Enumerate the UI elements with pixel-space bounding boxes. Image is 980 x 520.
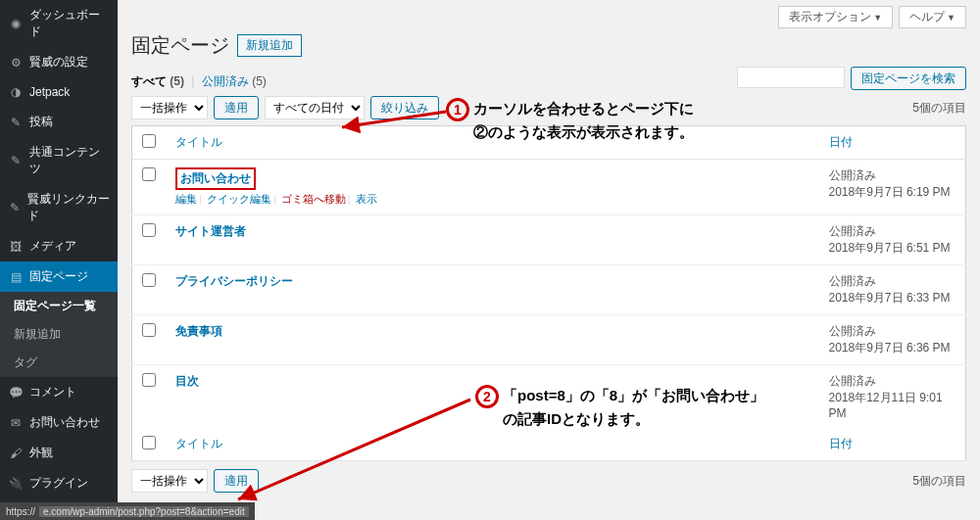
mail-icon: ✉ — [8, 415, 24, 431]
comment-icon: 💬 — [8, 385, 24, 401]
menu-link-card[interactable]: ✎賢威リンクカード — [0, 184, 118, 231]
row-checkbox[interactable] — [142, 223, 156, 237]
submenu-add-new[interactable]: 新規追加 — [0, 320, 118, 349]
select-all-checkbox[interactable] — [142, 134, 156, 148]
col-date-foot[interactable]: 日付 — [819, 428, 966, 461]
gear-icon: ⚙ — [8, 55, 24, 71]
filter-published[interactable]: 公開済み (5) — [202, 74, 267, 88]
row-checkbox[interactable] — [142, 167, 156, 181]
page-icon: ▤ — [8, 269, 24, 285]
apply-button[interactable]: 適用 — [214, 96, 259, 119]
screen-options-button[interactable]: 表示オプション▼ — [778, 6, 893, 28]
row-date: 2018年9月7日 6:51 PM — [829, 241, 951, 255]
plug-icon: 🔌 — [8, 476, 24, 492]
row-date: 2018年12月11日 9:01 PM — [829, 391, 943, 420]
menu-dashboard[interactable]: ◉ダッシュボード — [0, 0, 118, 47]
circle-1-icon: 1 — [446, 98, 469, 121]
row-checkbox[interactable] — [142, 323, 156, 337]
edit-link[interactable]: 編集 — [175, 193, 197, 205]
row-checkbox[interactable] — [142, 373, 156, 387]
page-title: 固定ページ — [131, 32, 229, 59]
date-filter-select[interactable]: すべての日付 — [265, 96, 365, 119]
menu-contact[interactable]: ✉お問い合わせ — [0, 407, 118, 438]
browser-statusbar: https://e.com/wp-admin/post.php?post=8&a… — [0, 502, 255, 520]
filter-all[interactable]: すべて (5) — [131, 74, 184, 88]
menu-plugins[interactable]: 🔌プラグイン — [0, 468, 118, 498]
menu-common-content[interactable]: ✎共通コンテンツ — [0, 137, 118, 184]
row-status: 公開済み — [829, 224, 876, 238]
submenu-tags[interactable]: タグ — [0, 349, 118, 377]
status-url: e.com/wp-admin/post.php?post=8&action=ed… — [39, 506, 249, 517]
item-count: 5個の項目 — [912, 100, 966, 117]
row-date: 2018年9月7日 6:36 PM — [829, 341, 951, 355]
menu-comments[interactable]: 💬コメント — [0, 377, 118, 407]
pin-icon: ✎ — [8, 200, 22, 215]
annotation-1: 1カーソルを合わせるとページ下に ②のような表示が表示されます。 — [446, 98, 694, 144]
main-content: 表示オプション▼ ヘルプ▼ 固定ページ 新規追加 すべて (5) | 公開済み … — [118, 0, 980, 520]
chevron-down-icon: ▼ — [947, 13, 956, 23]
menu-appearance[interactable]: 🖌外観 — [0, 438, 118, 468]
table-row: 免責事項 公開済み2018年9月7日 6:36 PM — [132, 315, 966, 365]
media-icon: 🖾 — [8, 239, 24, 255]
bulk-action-select[interactable]: 一括操作 — [131, 96, 208, 119]
row-date: 2018年9月7日 6:19 PM — [829, 185, 951, 199]
table-row: お問い合わせ 編集| クイック編集| ゴミ箱へ移動| 表示 公開済み2018年9… — [132, 160, 966, 215]
page-title-link[interactable]: プライバシーポリシー — [175, 274, 293, 288]
row-date: 2018年9月7日 6:33 PM — [829, 291, 951, 305]
help-button[interactable]: ヘルプ▼ — [899, 6, 966, 28]
page-title-link[interactable]: 目次 — [175, 374, 199, 388]
add-new-button[interactable]: 新規追加 — [237, 34, 302, 57]
row-actions: 編集| クイック編集| ゴミ箱へ移動| 表示 — [175, 192, 809, 207]
status-filters: すべて (5) | 公開済み (5) — [131, 73, 267, 90]
row-status: 公開済み — [829, 168, 876, 182]
menu-group-1: ◉ダッシュボード ⚙賢威の設定 ◑Jetpack ✎投稿 ✎共通コンテンツ ✎賢… — [0, 0, 118, 292]
row-checkbox[interactable] — [142, 273, 156, 287]
pages-submenu: 固定ページ一覧 新規追加 タグ — [0, 292, 118, 377]
item-count-bot: 5個の項目 — [912, 473, 966, 490]
col-date[interactable]: 日付 — [819, 126, 966, 160]
table-row: プライバシーポリシー 公開済み2018年9月7日 6:33 PM — [132, 265, 966, 315]
page-title-link[interactable]: サイト運営者 — [175, 224, 246, 238]
menu-pages[interactable]: ▤固定ページ — [0, 261, 118, 292]
pin-icon: ✎ — [8, 115, 24, 130]
menu-jetpack[interactable]: ◑Jetpack — [0, 77, 118, 107]
page-title-link[interactable]: 免責事項 — [175, 324, 222, 338]
admin-sidebar: ◉ダッシュボード ⚙賢威の設定 ◑Jetpack ✎投稿 ✎共通コンテンツ ✎賢… — [0, 0, 118, 520]
submenu-all-pages[interactable]: 固定ページ一覧 — [0, 292, 118, 320]
menu-keni-settings[interactable]: ⚙賢威の設定 — [0, 47, 118, 77]
page-title-link[interactable]: お問い合わせ — [180, 171, 251, 185]
filter-button[interactable]: 絞り込み — [370, 96, 439, 119]
menu-posts[interactable]: ✎投稿 — [0, 107, 118, 137]
trash-link[interactable]: ゴミ箱へ移動 — [281, 193, 346, 205]
table-row: サイト運営者 公開済み2018年9月7日 6:51 PM — [132, 215, 966, 265]
quick-edit-link[interactable]: クイック編集 — [207, 193, 271, 205]
jetpack-icon: ◑ — [8, 84, 24, 100]
col-title-foot[interactable]: タイトル — [166, 428, 819, 461]
select-all-checkbox-foot[interactable] — [142, 436, 156, 449]
annotation-2: 2「post=8」の「8」が「お問い合わせ」 の記事IDとなります。 — [475, 385, 764, 431]
row-status: 公開済み — [829, 324, 876, 338]
view-link[interactable]: 表示 — [356, 193, 377, 205]
circle-2-icon: 2 — [475, 385, 499, 408]
search-input[interactable] — [737, 67, 845, 88]
menu-group-2: 💬コメント ✉お問い合わせ 🖌外観 🔌プラグイン 👤ユーザー 🔧ツール ⚙設定 … — [0, 377, 118, 520]
brush-icon: 🖌 — [8, 446, 24, 461]
menu-media[interactable]: 🖾メディア — [0, 231, 118, 261]
bulk-action-select-bot[interactable]: 一括操作 — [131, 469, 208, 493]
row-status: 公開済み — [829, 274, 876, 288]
dashboard-icon: ◉ — [8, 16, 24, 31]
pin-icon: ✎ — [8, 153, 24, 168]
apply-button-bot[interactable]: 適用 — [214, 469, 259, 493]
chevron-down-icon: ▼ — [873, 13, 882, 23]
search-button[interactable]: 固定ページを検索 — [851, 67, 966, 90]
row-status: 公開済み — [829, 374, 876, 388]
